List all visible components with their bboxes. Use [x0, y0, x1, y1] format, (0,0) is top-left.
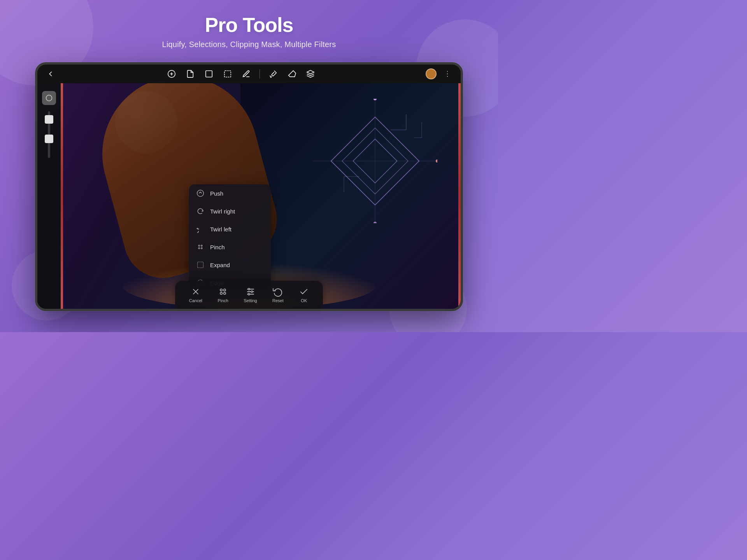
- svg-point-15: [436, 159, 437, 163]
- liquify-tool-button[interactable]: [42, 91, 56, 105]
- pinch-icon: [196, 243, 205, 251]
- ok-tool[interactable]: OK: [296, 284, 312, 305]
- svg-point-34: [251, 291, 253, 292]
- pinch-tool-icon: [218, 287, 228, 297]
- reset-icon: [273, 287, 283, 297]
- twirl-right-label: Twirl right: [210, 208, 235, 215]
- color-swatch[interactable]: [426, 68, 437, 79]
- svg-marker-5: [307, 70, 314, 74]
- artwork: Push Twirl right Twirl left: [37, 83, 461, 309]
- left-panel: [37, 83, 61, 309]
- brush-size-slider[interactable]: [48, 111, 50, 158]
- svg-point-28: [220, 292, 222, 294]
- toolbar-center: [166, 68, 316, 79]
- cancel-label: Cancel: [189, 298, 202, 303]
- toolbar-separator: [260, 69, 260, 79]
- setting-icon: [245, 287, 256, 297]
- top-toolbar: [37, 65, 461, 83]
- brush-button[interactable]: [268, 68, 279, 79]
- setting-tool[interactable]: Setting: [240, 284, 260, 305]
- add-button[interactable]: [166, 68, 177, 79]
- pinch-tool[interactable]: Pinch: [214, 284, 231, 305]
- pinch-tool-label: Pinch: [217, 298, 228, 303]
- page-title: Pro Tools: [162, 14, 336, 36]
- svg-point-29: [224, 292, 226, 294]
- page-subtitle: Liquify, Selections, Clipping Mask, Mult…: [162, 40, 336, 49]
- ok-icon: [299, 287, 309, 297]
- push-icon: [196, 189, 205, 198]
- menu-item-pinch[interactable]: Pinch: [189, 238, 271, 256]
- pen-button[interactable]: [241, 68, 252, 79]
- svg-point-33: [248, 289, 249, 290]
- bottom-toolbar: Cancel Pinch: [175, 281, 323, 309]
- context-menu: Push Twirl right Twirl left: [189, 184, 271, 292]
- svg-point-20: [198, 248, 200, 249]
- tablet-wrapper: Push Twirl right Twirl left: [35, 62, 463, 311]
- menu-item-twirl-left[interactable]: Twirl left: [189, 220, 271, 238]
- back-button[interactable]: [45, 68, 56, 79]
- svg-point-18: [198, 245, 200, 246]
- expand-icon: [196, 261, 205, 269]
- header: Pro Tools Liquify, Selections, Clipping …: [162, 0, 336, 58]
- twirl-left-icon: [196, 225, 205, 233]
- reset-tool[interactable]: Reset: [269, 284, 287, 305]
- toolbar-right: [426, 68, 453, 79]
- cancel-icon: [191, 287, 201, 297]
- canvas-area: Push Twirl right Twirl left: [37, 83, 461, 309]
- svg-rect-22: [198, 262, 203, 268]
- tablet-frame: Push Twirl right Twirl left: [35, 62, 463, 311]
- svg-point-19: [201, 245, 202, 246]
- svg-rect-3: [205, 71, 212, 77]
- setting-label: Setting: [244, 298, 257, 303]
- svg-point-21: [201, 248, 202, 249]
- more-button[interactable]: [442, 68, 453, 79]
- expand-label: Expand: [210, 262, 230, 268]
- pinch-label: Pinch: [210, 244, 225, 250]
- svg-point-26: [220, 289, 222, 291]
- toolbar-left: [45, 68, 56, 79]
- twirl-left-label: Twirl left: [210, 226, 231, 233]
- selection-button[interactable]: [222, 68, 233, 79]
- svg-point-35: [248, 294, 249, 295]
- menu-item-expand[interactable]: Expand: [189, 256, 271, 274]
- slider-thumb-2[interactable]: [45, 135, 53, 143]
- fill-button[interactable]: [185, 68, 196, 79]
- svg-point-16: [374, 222, 377, 223]
- cancel-tool[interactable]: Cancel: [186, 284, 205, 305]
- slider-thumb-1[interactable]: [45, 115, 53, 124]
- twirl-right-icon: [196, 207, 205, 215]
- circuit-diamond: [313, 99, 437, 223]
- menu-item-twirl-right[interactable]: Twirl right: [189, 202, 271, 220]
- svg-point-14: [374, 99, 377, 100]
- svg-point-6: [447, 71, 448, 72]
- svg-point-7: [447, 74, 448, 74]
- layers-button[interactable]: [305, 68, 316, 79]
- menu-item-push[interactable]: Push: [189, 184, 271, 202]
- svg-rect-4: [224, 71, 231, 77]
- side-border-left: [61, 83, 63, 309]
- reset-label: Reset: [272, 298, 284, 303]
- svg-point-8: [447, 76, 448, 77]
- rectangle-button[interactable]: [203, 68, 214, 79]
- eraser-button[interactable]: [286, 68, 297, 79]
- side-border-right: [458, 83, 461, 309]
- svg-point-17: [46, 95, 52, 101]
- svg-point-27: [224, 289, 226, 291]
- ok-label: OK: [301, 298, 307, 303]
- push-label: Push: [210, 190, 223, 197]
